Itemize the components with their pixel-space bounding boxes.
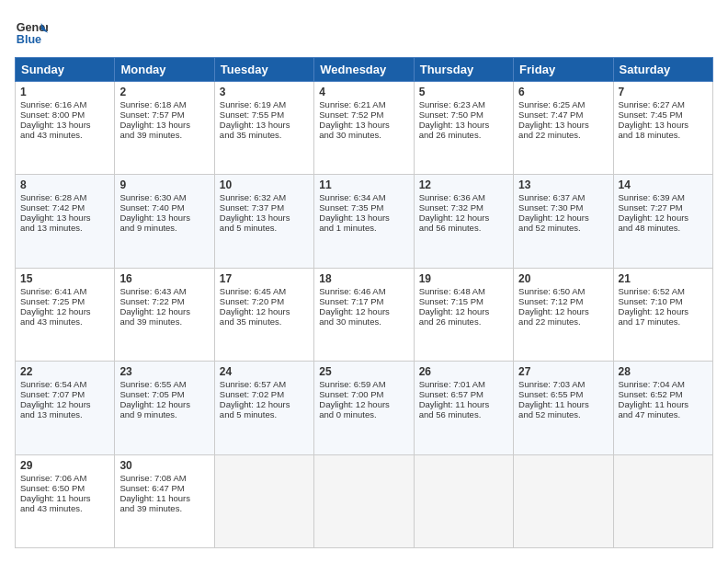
calendar: SundayMondayTuesdayWednesdayThursdayFrid… [15,57,713,548]
calendar-cell: 30Sunrise: 7:08 AMSunset: 6:47 PMDayligh… [115,454,214,547]
calendar-cell: 6Sunrise: 6:25 AMSunset: 7:47 PMDaylight… [514,82,613,175]
weekday-header: Monday [115,58,214,82]
calendar-cell: 26Sunrise: 7:01 AMSunset: 6:57 PMDayligh… [414,362,513,454]
calendar-cell: 1Sunrise: 6:16 AMSunset: 8:00 PMDaylight… [16,82,115,175]
calendar-cell: 2Sunrise: 6:18 AMSunset: 7:57 PMDaylight… [115,82,214,175]
weekday-header: Friday [514,58,613,82]
page: General Blue SundayMondayTuesdayWednesda… [0,0,728,563]
calendar-cell: 27Sunrise: 7:03 AMSunset: 6:55 PMDayligh… [514,362,613,454]
calendar-cell: 21Sunrise: 6:52 AMSunset: 7:10 PMDayligh… [613,268,712,361]
calendar-cell: 9Sunrise: 6:30 AMSunset: 7:40 PMDaylight… [115,175,214,268]
calendar-cell: 22Sunrise: 6:54 AMSunset: 7:07 PMDayligh… [16,362,115,454]
calendar-cell [414,454,513,547]
calendar-cell: 28Sunrise: 7:04 AMSunset: 6:52 PMDayligh… [613,362,712,454]
calendar-cell: 15Sunrise: 6:41 AMSunset: 7:25 PMDayligh… [16,268,115,361]
logo-icon: General Blue [15,15,48,48]
calendar-cell: 5Sunrise: 6:23 AMSunset: 7:50 PMDaylight… [414,82,513,175]
logo: General Blue [15,15,48,48]
weekday-header: Thursday [414,58,513,82]
calendar-cell: 7Sunrise: 6:27 AMSunset: 7:45 PMDaylight… [613,82,712,175]
calendar-cell: 17Sunrise: 6:45 AMSunset: 7:20 PMDayligh… [214,268,313,361]
calendar-cell [314,454,414,547]
calendar-cell: 24Sunrise: 6:57 AMSunset: 7:02 PMDayligh… [214,362,313,454]
weekday-header: Sunday [16,58,115,82]
calendar-cell: 3Sunrise: 6:19 AMSunset: 7:55 PMDaylight… [214,82,313,175]
calendar-cell: 20Sunrise: 6:50 AMSunset: 7:12 PMDayligh… [514,268,613,361]
weekday-header: Saturday [613,58,712,82]
calendar-cell: 16Sunrise: 6:43 AMSunset: 7:22 PMDayligh… [115,268,214,361]
calendar-cell: 8Sunrise: 6:28 AMSunset: 7:42 PMDaylight… [16,175,115,268]
calendar-cell: 29Sunrise: 7:06 AMSunset: 6:50 PMDayligh… [16,454,115,547]
calendar-cell: 13Sunrise: 6:37 AMSunset: 7:30 PMDayligh… [514,175,613,268]
weekday-header: Tuesday [214,58,313,82]
calendar-cell: 23Sunrise: 6:55 AMSunset: 7:05 PMDayligh… [115,362,214,454]
calendar-cell: 25Sunrise: 6:59 AMSunset: 7:00 PMDayligh… [314,362,414,454]
weekday-header: Wednesday [314,58,414,82]
calendar-cell [514,454,613,547]
calendar-cell: 11Sunrise: 6:34 AMSunset: 7:35 PMDayligh… [314,175,414,268]
calendar-cell: 19Sunrise: 6:48 AMSunset: 7:15 PMDayligh… [414,268,513,361]
svg-text:Blue: Blue [17,33,41,46]
calendar-cell: 18Sunrise: 6:46 AMSunset: 7:17 PMDayligh… [314,268,414,361]
calendar-cell [613,454,712,547]
calendar-cell: 14Sunrise: 6:39 AMSunset: 7:27 PMDayligh… [613,175,712,268]
calendar-cell: 12Sunrise: 6:36 AMSunset: 7:32 PMDayligh… [414,175,513,268]
calendar-cell: 4Sunrise: 6:21 AMSunset: 7:52 PMDaylight… [314,82,414,175]
header: General Blue [15,15,713,48]
calendar-cell [214,454,313,547]
calendar-cell: 10Sunrise: 6:32 AMSunset: 7:37 PMDayligh… [214,175,313,268]
